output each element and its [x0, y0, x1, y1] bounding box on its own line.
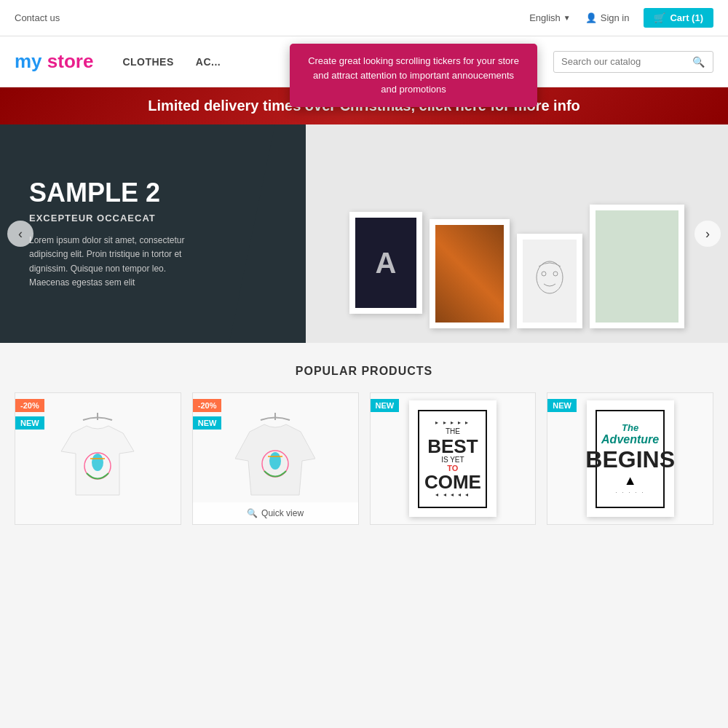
longsleeve-image — [235, 411, 315, 506]
hero-body: Lorem ipsum dolor sit amet, consectetur … — [29, 234, 189, 290]
art-frame-1: ▸ ▸ ▸ ▸ ▸ THE BEST IS YET TO COME ◂ ◂ ◂ … — [409, 400, 496, 517]
ticker-text: Create great looking scrolling tickers f… — [308, 55, 519, 95]
frame-letter-a: A — [376, 247, 397, 280]
popular-title: POPULAR PRODUCTS — [15, 365, 713, 378]
hero-title: SAMPLE 2 — [29, 178, 277, 208]
art-inner-2: The Adventure BEGINS ▲ · · · · · — [596, 410, 665, 508]
art-the: THE — [446, 427, 460, 435]
language-arrow: ▼ — [563, 14, 571, 22]
art2-begins: BEGINS — [585, 446, 675, 473]
art2-the: The — [622, 422, 638, 433]
logo-store: store — [42, 50, 94, 72]
search-icon: 🔍 — [692, 56, 705, 68]
tshirt-image-1 — [58, 411, 138, 506]
sign-in-label: Sign in — [601, 12, 630, 23]
art-frame-2: The Adventure BEGINS ▲ · · · · · — [587, 400, 674, 517]
products-grid: -20% NEW -20% NEW — [15, 392, 713, 525]
hero-subtitle: EXCEPTEUR OCCAECAT — [29, 213, 277, 223]
logo[interactable]: my store — [15, 50, 93, 73]
art2-adventure: Adventure — [601, 433, 659, 446]
art-dots-bottom: ◂ ◂ ◂ ◂ ◂ — [435, 491, 470, 498]
art-dots-top: ▸ ▸ ▸ ▸ ▸ — [435, 419, 470, 426]
product-card-4[interactable]: NEW The Adventure BEGINS ▲ · · · · · — [547, 392, 713, 525]
user-icon: 👤 — [585, 12, 597, 23]
badge-new-1: NEW — [15, 416, 44, 430]
cart-button[interactable]: 🛒 Cart (1) — [644, 8, 713, 28]
product-image-1: -20% NEW — [15, 393, 181, 524]
hero-content: SAMPLE 2 EXCEPTEUR OCCAECAT Lorem ipsum … — [0, 124, 728, 343]
art-is: IS YET — [441, 456, 464, 464]
ticker-popup[interactable]: Create great looking scrolling tickers f… — [290, 44, 537, 107]
nav-clothes[interactable]: CLOTHES — [122, 56, 173, 68]
product-card-3[interactable]: NEW ▸ ▸ ▸ ▸ ▸ THE BEST IS YET TO COME ◂ … — [370, 392, 537, 525]
hero-right: A — [306, 124, 728, 343]
svg-point-2 — [553, 272, 558, 276]
badge-discount-2: -20% — [193, 399, 222, 412]
hero-frame-1: A — [349, 212, 422, 314]
badge-new-2: NEW — [193, 416, 222, 430]
main-nav: CLOTHES AC... — [122, 56, 221, 68]
quick-view-label: Quick view — [261, 508, 304, 518]
search-input[interactable] — [561, 56, 692, 67]
badge-new-4: NEW — [547, 399, 577, 412]
hero-slider: SAMPLE 2 EXCEPTEUR OCCAECAT Lorem ipsum … — [0, 124, 728, 343]
product-image-3: NEW ▸ ▸ ▸ ▸ ▸ THE BEST IS YET TO COME ◂ … — [371, 393, 536, 524]
svg-point-1 — [542, 272, 546, 276]
product-image-4: NEW The Adventure BEGINS ▲ · · · · · — [547, 393, 713, 524]
hero-frame-4 — [590, 205, 684, 328]
search-icon-small: 🔍 — [247, 508, 258, 518]
art2-dots: · · · · · — [615, 488, 645, 496]
face-sketch — [528, 252, 571, 310]
header: my store CLOTHES AC... 🔍 Create great lo… — [0, 36, 728, 87]
hero-frame-2 — [430, 219, 510, 328]
top-bar: Contact us English ▼ 👤 Sign in 🛒 Cart (1… — [0, 0, 728, 36]
nav-accessories[interactable]: AC... — [196, 56, 221, 68]
badge-new-3: NEW — [371, 399, 400, 412]
slider-next-button[interactable]: › — [695, 221, 721, 247]
badge-discount-1: -20% — [15, 399, 44, 412]
art-best: BEST — [427, 437, 478, 456]
product-card-2[interactable]: -20% NEW 🔍 Quick view — [192, 392, 359, 525]
product-card-1[interactable]: -20% NEW — [15, 392, 181, 525]
art-inner-1: ▸ ▸ ▸ ▸ ▸ THE BEST IS YET TO COME ◂ ◂ ◂ … — [418, 410, 487, 508]
svg-point-9 — [269, 452, 281, 470]
cart-label: Cart (1) — [670, 12, 703, 23]
svg-point-0 — [537, 261, 563, 293]
slider-prev-button[interactable]: ‹ — [7, 221, 33, 247]
sign-in-button[interactable]: 👤 Sign in — [585, 12, 630, 23]
art2-triangle: ▲ — [624, 473, 637, 488]
top-bar-right: English ▼ 👤 Sign in 🛒 Cart (1) — [529, 8, 713, 28]
popular-section: POPULAR PRODUCTS -20% NEW — [0, 343, 728, 539]
cart-icon: 🛒 — [654, 12, 665, 23]
contact-us-link[interactable]: Contact us — [15, 12, 60, 23]
quick-view-overlay[interactable]: 🔍 Quick view — [193, 502, 358, 524]
hero-frame-3 — [517, 234, 582, 328]
product-image-2: -20% NEW 🔍 Quick view — [193, 393, 358, 524]
language-selector[interactable]: English ▼ — [529, 12, 571, 23]
art-come: COME — [424, 472, 481, 491]
hero-left: SAMPLE 2 EXCEPTEUR OCCAECAT Lorem ipsum … — [0, 124, 306, 343]
language-label: English — [529, 12, 561, 23]
logo-my: my — [15, 50, 42, 72]
svg-point-5 — [92, 454, 103, 471]
search-box[interactable]: 🔍 — [553, 51, 713, 73]
